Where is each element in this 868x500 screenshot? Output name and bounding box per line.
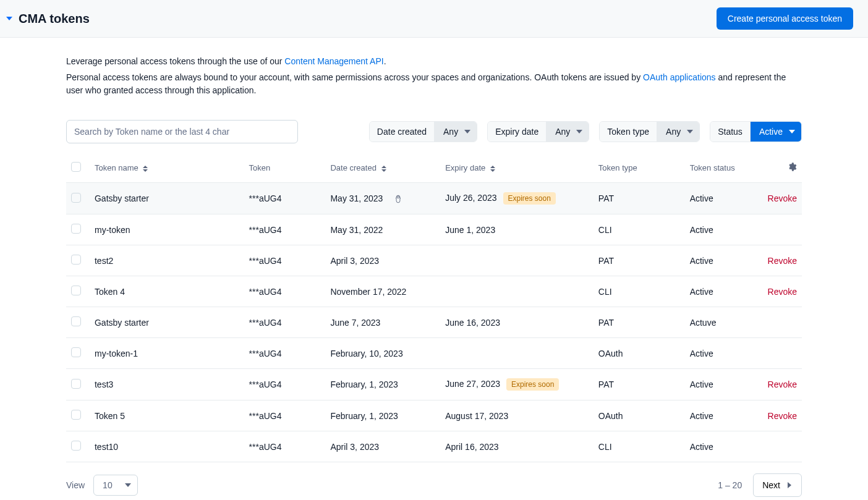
token-name: test3: [95, 379, 113, 389]
row-checkbox[interactable]: [71, 224, 81, 234]
token-name: Token 5: [95, 411, 125, 421]
token-status: Actuve: [685, 307, 763, 338]
dropdown-caret-icon[interactable]: [6, 14, 12, 23]
next-button[interactable]: Next: [753, 473, 802, 497]
pagination-range: 1 – 20: [718, 480, 742, 490]
search-input[interactable]: [66, 120, 298, 143]
token-name: test2: [95, 256, 113, 266]
topbar-left: CMA tokens: [6, 12, 90, 26]
table-row[interactable]: Token 4***aUG4November 17, 2022CLIActive…: [66, 276, 802, 307]
token-value: ***aUG4: [244, 183, 326, 214]
revoke-button[interactable]: Revoke: [768, 256, 797, 266]
filter-expiry-date: Expiry date Any: [487, 121, 589, 142]
table-row[interactable]: Gatsby starter***aUG4May 31, 2023July 26…: [66, 183, 802, 214]
table-row[interactable]: my-token-1***aUG4February, 10, 2023OAuth…: [66, 338, 802, 369]
table-row[interactable]: test3***aUG4February, 1, 2023June 27, 20…: [66, 369, 802, 400]
token-type: CLI: [594, 276, 685, 307]
filter-token-type-value[interactable]: Any: [657, 122, 699, 142]
filters: Date created Any Expiry date Any Token t…: [369, 121, 802, 142]
table-row[interactable]: test10***aUG4April 3, 2023April 16, 2023…: [66, 431, 802, 462]
tokens-table: Token name Token Date created Expiry dat…: [66, 153, 802, 462]
date-created: February, 1, 2023: [325, 369, 440, 400]
row-checkbox[interactable]: [71, 193, 81, 203]
filter-expiry-date-value[interactable]: Any: [547, 122, 589, 142]
token-status: Active: [685, 369, 763, 400]
expires-soon-badge: Expires soon: [503, 192, 556, 205]
token-status: Active: [685, 431, 763, 462]
row-checkbox[interactable]: [71, 379, 81, 389]
row-checkbox[interactable]: [71, 347, 81, 357]
expiry-date: [440, 245, 594, 276]
filter-date-created-value[interactable]: Any: [435, 122, 477, 142]
token-status: Active: [685, 338, 763, 369]
create-token-button[interactable]: Create personal access token: [717, 7, 853, 30]
row-checkbox[interactable]: [71, 316, 81, 326]
col-header-created[interactable]: Date created: [325, 153, 440, 183]
filter-date-created: Date created Any: [369, 121, 477, 142]
page-size-value: 10: [103, 480, 113, 490]
page-size-select[interactable]: 10: [93, 475, 138, 496]
chevron-down-icon: [687, 127, 693, 137]
token-value: ***aUG4: [244, 307, 326, 338]
revoke-button[interactable]: Revoke: [768, 193, 797, 203]
view-label: View: [66, 480, 85, 490]
date-created: June 7, 2023: [325, 307, 440, 338]
token-value: ***aUG4: [244, 400, 326, 431]
col-header-status: Token status: [685, 153, 763, 183]
filter-token-type: Token type Any: [599, 121, 700, 142]
sort-icon: [488, 163, 495, 172]
token-value: ***aUG4: [244, 245, 326, 276]
token-type: CLI: [594, 431, 685, 462]
col-header-created-text: Date created: [330, 163, 376, 172]
date-created: May 31, 2023: [325, 183, 440, 214]
sort-icon: [140, 163, 148, 172]
token-type: OAuth: [594, 400, 685, 431]
row-checkbox[interactable]: [71, 255, 81, 265]
cursor-icon: [383, 193, 402, 203]
date-created: November 17, 2022: [325, 276, 440, 307]
date-created: February, 1, 2023: [325, 400, 440, 431]
token-name: Gatsby starter: [95, 193, 149, 203]
col-header-token: Token: [244, 153, 326, 183]
table-row[interactable]: Gatsby starter***aUG4June 7, 2023June 16…: [66, 307, 802, 338]
chevron-down-icon: [125, 480, 131, 490]
table-row[interactable]: test2***aUG4April 3, 2023PATActiveRevoke: [66, 245, 802, 276]
expiry-date: June 27, 2023Expires soon: [440, 369, 594, 400]
token-status: Active: [685, 276, 763, 307]
table-row[interactable]: Token 5***aUG4February, 1, 2023August 17…: [66, 400, 802, 431]
intro-text: Leverage personal access tokens through …: [66, 55, 802, 98]
filter-date-created-label: Date created: [370, 122, 435, 142]
chevron-down-icon: [464, 127, 470, 137]
filter-status-value[interactable]: Active: [751, 122, 801, 142]
expiry-date: July 26, 2023Expires soon: [440, 183, 594, 214]
token-status: Active: [685, 245, 763, 276]
date-created: April 3, 2023: [325, 245, 440, 276]
revoke-button[interactable]: Revoke: [768, 379, 797, 389]
content: Leverage personal access tokens through …: [66, 38, 802, 500]
filter-status-label: Status: [710, 122, 751, 142]
row-checkbox[interactable]: [71, 441, 81, 451]
oauth-applications-link[interactable]: OAuth applications: [643, 72, 716, 82]
expiry-date: June 16, 2023: [440, 307, 594, 338]
date-created: February, 10, 2023: [325, 338, 440, 369]
token-status: Active: [685, 183, 763, 214]
revoke-button[interactable]: Revoke: [768, 287, 797, 297]
col-header-settings[interactable]: [762, 153, 802, 183]
content-management-api-link[interactable]: Content Management API: [284, 56, 383, 66]
token-status: Active: [685, 400, 763, 431]
controls-row: Date created Any Expiry date Any Token t…: [66, 120, 802, 143]
col-header-expiry-text: Expiry date: [445, 163, 485, 172]
select-all-checkbox[interactable]: [71, 162, 81, 172]
col-header-expiry[interactable]: Expiry date: [440, 153, 594, 183]
intro-line1-prefix: Leverage personal access tokens through …: [66, 56, 284, 66]
expiry-date: [440, 338, 594, 369]
expiry-date: August 17, 2023: [440, 400, 594, 431]
table-row[interactable]: my-token***aUG4May 31, 2022June 1, 2023C…: [66, 214, 802, 245]
col-header-name[interactable]: Token name: [90, 153, 244, 183]
tokens-table-wrap: Token name Token Date created Expiry dat…: [66, 153, 802, 462]
row-checkbox[interactable]: [71, 286, 81, 295]
revoke-button[interactable]: Revoke: [768, 411, 797, 421]
token-status: Active: [685, 214, 763, 245]
row-checkbox[interactable]: [71, 410, 81, 420]
topbar: CMA tokens Create personal access token: [0, 0, 868, 38]
